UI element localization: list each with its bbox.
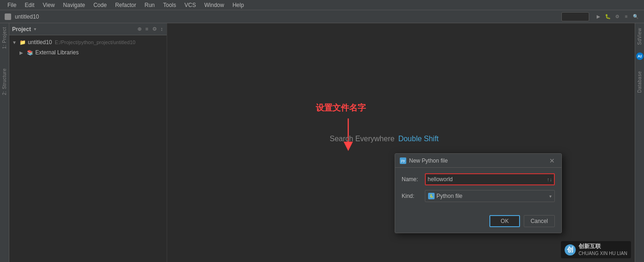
watermark-text: 创新互联 CHUANG XIN HU LIAN (579, 243, 627, 256)
main-layout: 1: Project 2: Structure Project ▾ ⊕ ≡ ⚙ … (0, 23, 644, 262)
gear-icon[interactable]: ⚙ (151, 26, 158, 33)
dialog-name-row: Name: ↑↓ (402, 173, 555, 185)
title-search-box[interactable] (561, 12, 589, 21)
settings-icon[interactable]: ≡ (623, 13, 630, 20)
title-bar: untitled10 ▶ 🐛 ⚙ ≡ 🔍 (0, 10, 644, 23)
right-sidebar: SdView AI Database (635, 23, 644, 262)
structure-strip-label[interactable]: 2: Structure (1, 66, 8, 97)
project-strip-label[interactable]: 1: Project (1, 25, 8, 51)
debug-icon[interactable]: 🐛 (604, 13, 611, 20)
watermark-line2: CHUANG XIN HU LIAN (579, 250, 627, 256)
cancel-button[interactable]: Cancel (524, 215, 555, 227)
aixcoder-icon[interactable]: AI (636, 52, 644, 60)
database-strip-label[interactable]: Database (636, 69, 643, 95)
search-shortcut-text: Double Shift (398, 135, 439, 143)
name-input-wrap: ↑↓ (425, 173, 555, 185)
project-title: untitled10 (15, 13, 39, 20)
search-icon[interactable]: 🔍 (632, 13, 639, 20)
tree-project-name: untitled10 (28, 39, 52, 46)
ok-button[interactable]: OK (489, 215, 520, 227)
sort-icon: ↑↓ (547, 177, 552, 182)
name-label: Name: (402, 176, 421, 183)
menu-vcs[interactable]: VCS (181, 1, 200, 9)
kind-selected-text: Python file (436, 193, 547, 199)
project-panel: Project ▾ ⊕ ≡ ⚙ ↕ ▼ 📁 untitled10 E:/Proj… (9, 23, 167, 262)
dialog-buttons: OK Cancel (395, 212, 561, 233)
project-dropdown-arrow[interactable]: ▾ (34, 26, 36, 32)
build-icon[interactable]: ⚙ (613, 13, 621, 20)
watermark-line1: 创新互联 (579, 243, 627, 250)
dialog-body: Name: ↑↓ Kind: 🐍 Python file ▾ (395, 168, 561, 212)
search-hint-text: Search Everywhere (330, 135, 395, 143)
title-actions: ▶ 🐛 ⚙ ≡ 🔍 (595, 13, 639, 20)
menu-file[interactable]: File (4, 1, 20, 9)
python-file-icon: 🐍 (428, 193, 435, 199)
dialog-kind-row: Kind: 🐍 Python file ▾ (402, 190, 555, 202)
project-toolbar: Project ▾ ⊕ ≡ ⚙ ↕ (9, 23, 167, 35)
app-icon (5, 13, 11, 20)
annotation-chinese: 设置文件名字 (316, 102, 366, 113)
project-toolbar-icons: ⊕ ≡ ⚙ ↕ (137, 26, 164, 33)
name-input[interactable] (428, 176, 545, 183)
dialog-app-icon: py (400, 157, 406, 164)
watermark-icon: 创 (565, 244, 576, 255)
menu-code[interactable]: Code (90, 1, 111, 9)
list-icon[interactable]: ≡ (144, 26, 149, 33)
menu-window[interactable]: Window (201, 1, 228, 9)
menu-navigate[interactable]: Navigate (59, 1, 89, 9)
menu-view[interactable]: View (39, 1, 59, 9)
dialog-close-button[interactable]: ✕ (547, 156, 557, 165)
tree-external-libs-label: External Libraries (35, 49, 78, 56)
select-dropdown-arrow: ▾ (549, 194, 552, 199)
sdview-strip-label[interactable]: SdView (636, 26, 643, 47)
tree-arrow-project: ▼ (12, 40, 18, 45)
editor-area: 设置文件名字 Search Everywhere Double Shift py… (167, 23, 635, 262)
dialog-title-bar: py New Python file ✕ (395, 154, 561, 168)
menu-help[interactable]: Help (229, 1, 248, 9)
tree-item-project[interactable]: ▼ 📁 untitled10 E:/Project/python_project… (9, 37, 167, 47)
menu-refactor[interactable]: Refactor (111, 1, 140, 9)
project-panel-label: Project (12, 26, 31, 33)
left-strip: 1: Project 2: Structure (0, 23, 9, 262)
new-python-file-dialog: py New Python file ✕ Name: ↑↓ Kind: (395, 153, 562, 233)
menu-edit[interactable]: Edit (21, 1, 38, 9)
tree-arrow-external: ▶ (20, 50, 25, 55)
menu-bar: File Edit View Navigate Code Refactor Ru… (0, 0, 644, 10)
dialog-title-text: New Python file (409, 157, 545, 164)
sort-icon[interactable]: ↕ (160, 26, 164, 33)
run-icon[interactable]: ▶ (595, 13, 602, 20)
watermark: 创 创新互联 CHUANG XIN HU LIAN (561, 241, 631, 258)
libs-icon: 📚 (27, 50, 33, 56)
kind-label: Kind: (402, 193, 421, 199)
search-everywhere-hint: Search Everywhere Double Shift (330, 135, 439, 143)
tree-project-path: E:/Project/python_project/untitled10 (55, 39, 136, 45)
menu-run[interactable]: Run (141, 1, 158, 9)
tree-item-external-libs[interactable]: ▶ 📚 External Libraries (9, 47, 167, 58)
folder-icon: 📁 (20, 39, 26, 46)
project-tree: ▼ 📁 untitled10 E:/Project/python_project… (9, 35, 167, 262)
menu-tools[interactable]: Tools (159, 1, 180, 9)
kind-select[interactable]: 🐍 Python file ▾ (425, 190, 555, 202)
add-icon[interactable]: ⊕ (137, 26, 143, 33)
